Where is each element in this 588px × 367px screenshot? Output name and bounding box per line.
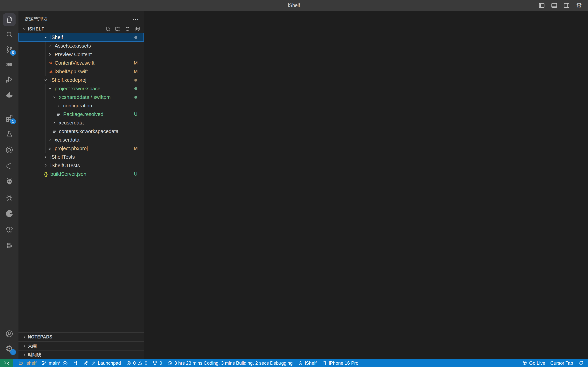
search-icon[interactable] [3, 28, 16, 41]
window-title: iShelf [0, 2, 588, 8]
tree-row[interactable]: xcuserdata [18, 118, 144, 127]
tree-row[interactable]: iShelfUITests [18, 161, 144, 170]
pacman-circle-icon[interactable] [3, 207, 16, 220]
indent-guide [42, 101, 46, 110]
indent-guide [42, 127, 46, 135]
statusbar-cursor-tab[interactable]: Cursor Tab [548, 359, 576, 367]
bug-icon[interactable] [3, 192, 16, 204]
chevron-right-icon [51, 118, 58, 127]
manage-gear-icon[interactable]: ⚙ 1 [3, 342, 16, 355]
tree-item-label: project.xcworkspace [55, 86, 134, 92]
chevron-down-icon [51, 93, 58, 101]
tree-row[interactable]: Package.resolved U [18, 110, 144, 118]
more-actions-icon[interactable]: ⋯ [132, 15, 139, 23]
sidebar-empty-space [18, 178, 144, 333]
tree-row[interactable]: Assets.xcassets [18, 42, 144, 50]
git-status-badge: M [132, 60, 139, 66]
commit-graph-icon[interactable] [3, 239, 16, 252]
indent-guide [42, 67, 46, 76]
notifications-bell-icon[interactable] [576, 359, 587, 367]
title-bar: iShelf ⚙ [0, 0, 588, 11]
indent-guide [46, 93, 51, 101]
github-icon[interactable] [3, 144, 16, 156]
tree-row[interactable]: configuration [18, 101, 144, 110]
statusbar-problems[interactable]: 0 0 [123, 359, 150, 367]
tree-row[interactable]: {} buildServer.json U [18, 170, 144, 178]
settings-sliders-icon [73, 360, 78, 366]
account-icon[interactable] [3, 328, 16, 340]
warning-icon [138, 360, 143, 366]
tree-row[interactable]: project.xcworkspace [18, 84, 144, 93]
tree-item-label: xcuserdata [59, 120, 144, 126]
tree-row[interactable]: iShelfTests [18, 153, 144, 161]
alien-head-icon[interactable] [3, 175, 16, 188]
statusbar-scheme[interactable]: iShelf [295, 359, 319, 367]
tree-row[interactable]: iShelfApp.swift M [18, 67, 144, 76]
git-status-badge: U [132, 111, 139, 117]
tree-item-label: xcshareddata / swiftpm [59, 94, 134, 100]
statusbar-time-tracking[interactable]: 3 hrs 23 mins Coding, 3 mins Building, 2… [165, 359, 295, 367]
git-status-badge: M [132, 69, 139, 74]
status-bar: Ishelf main* [0, 359, 588, 367]
statusbar-ports[interactable]: 0 [150, 359, 164, 367]
collapse-all-icon[interactable] [134, 26, 140, 32]
statusbar-sliders[interactable] [70, 359, 81, 367]
panel-notepads[interactable]: NOTEPADS [18, 333, 144, 341]
panel-outline[interactable]: 大纲 [18, 341, 144, 350]
file-icon [46, 144, 53, 153]
run-debug-icon[interactable] [3, 73, 16, 86]
tree-row[interactable]: xcuserdata [18, 135, 144, 144]
sweetpad-candy-icon[interactable] [3, 58, 16, 71]
toggle-panel-icon[interactable] [550, 1, 558, 9]
indent-guide [42, 50, 46, 59]
editor-area[interactable] [144, 11, 588, 359]
sidebar-title: 资源管理器 [24, 16, 48, 22]
tree-row[interactable]: xcshareddata / swiftpm [18, 93, 144, 101]
statusbar-device[interactable]: iPhone 16 Pro [319, 359, 361, 367]
git-status-badge: U [132, 171, 139, 177]
toggle-primary-sidebar-icon[interactable] [538, 1, 546, 9]
go-live-broadcast-icon [522, 360, 527, 366]
chevron-right-icon [22, 353, 27, 357]
chevron-right-icon [22, 335, 27, 339]
statusbar-launchpad[interactable]: Launchpad [81, 359, 123, 367]
tree-row[interactable]: project.pbxproj M [18, 144, 144, 153]
extensions-icon[interactable]: 1 [3, 112, 16, 124]
indent-guide [42, 84, 46, 93]
statusbar-project[interactable]: Ishelf [16, 359, 39, 367]
link-plug-icon [91, 360, 96, 366]
tree-row[interactable]: iShelf.xcodeproj [18, 76, 144, 84]
chevron-down-icon [42, 33, 49, 42]
settings-gear-icon[interactable]: ⚙ [575, 1, 583, 9]
statusbar-go-live[interactable]: Go Live [519, 359, 548, 367]
docker-icon[interactable] [3, 88, 16, 100]
tree-row[interactable]: iShelf [18, 33, 144, 42]
indent-guide [46, 101, 51, 110]
git-status-dot [134, 87, 137, 90]
extensions-badge: 1 [10, 118, 16, 124]
new-folder-icon[interactable] [115, 26, 121, 32]
panel-timeline[interactable]: 时间线 [18, 350, 144, 359]
device-mobile-icon [322, 360, 327, 366]
source-control-icon[interactable]: 5 [3, 43, 16, 56]
chevron-right-icon [46, 135, 53, 144]
translate-t-tag-icon[interactable] [3, 223, 16, 236]
refresh-icon[interactable] [124, 26, 131, 32]
section-header-ishelf[interactable]: ISHELF [18, 25, 144, 33]
remote-indicator[interactable] [0, 359, 13, 367]
toggle-secondary-sidebar-icon[interactable] [563, 1, 571, 9]
statusbar-branch[interactable]: main* [39, 359, 70, 367]
chevron-down-icon [46, 84, 53, 93]
indent-guide [42, 59, 46, 67]
tree-row[interactable]: contents.xcworkspacedata [18, 127, 144, 135]
indent-guide [42, 144, 46, 153]
new-file-icon[interactable] [105, 26, 111, 32]
testing-beaker-icon[interactable] [3, 128, 16, 140]
tree-row[interactable]: Preview Content [18, 50, 144, 59]
explorer-icon[interactable] [3, 13, 16, 26]
file-icon [51, 127, 58, 135]
swift-file-icon [46, 59, 53, 67]
tree-row[interactable]: ContentView.swift M [18, 59, 144, 67]
swift-file-icon [46, 67, 53, 76]
lingma-icon[interactable] [3, 160, 16, 172]
